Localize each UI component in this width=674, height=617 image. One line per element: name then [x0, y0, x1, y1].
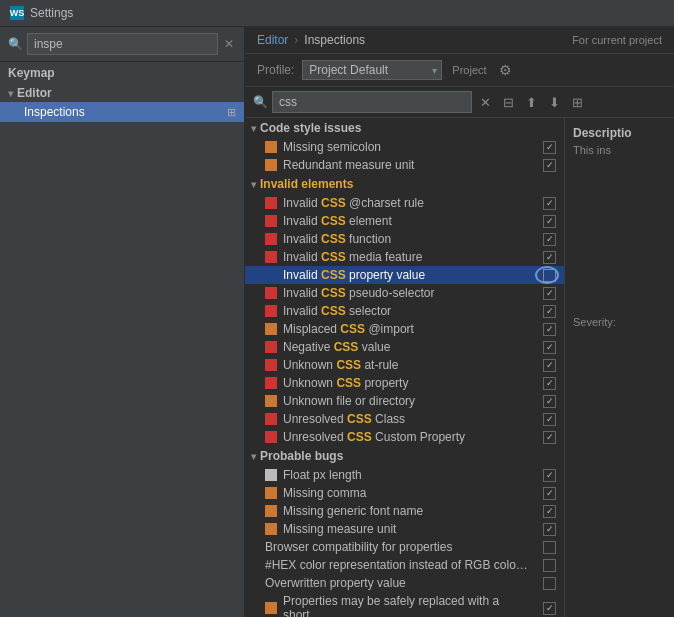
group-invalid-elements-label: Invalid elements	[260, 177, 353, 191]
item-check-unresolved-class[interactable]	[543, 413, 556, 426]
css-search-input[interactable]	[272, 91, 472, 113]
item-text-missing-semicolon: Missing semicolon	[283, 140, 539, 154]
item-unresolved-class[interactable]: Unresolved CSS Class	[245, 410, 564, 428]
description-panel: Descriptio This ins Severity:	[564, 118, 674, 617]
item-css-media[interactable]: Invalid CSS media feature	[245, 248, 564, 266]
item-charset-rule[interactable]: Invalid CSS @charset rule	[245, 194, 564, 212]
group-code-style-label: Code style issues	[260, 121, 361, 135]
item-check-at-rule[interactable]	[543, 359, 556, 372]
item-check-css-property[interactable]	[543, 269, 556, 282]
item-color-css-function	[265, 233, 277, 245]
item-check-css-element[interactable]	[543, 215, 556, 228]
item-check-browser-compat[interactable]	[543, 541, 556, 554]
item-check-unknown-file[interactable]	[543, 395, 556, 408]
item-color-missing-font	[265, 505, 277, 517]
item-pseudo-selector[interactable]: Invalid CSS pseudo-selector	[245, 284, 564, 302]
item-check-import[interactable]	[543, 323, 556, 336]
title-text: Settings	[30, 6, 73, 20]
filter-button[interactable]: ⊟	[499, 93, 518, 112]
item-check-pseudo[interactable]	[543, 287, 556, 300]
item-check-overwritten-prop[interactable]	[543, 577, 556, 590]
sidebar-item-editor[interactable]: ▾ Editor	[0, 82, 244, 102]
group-probable-label: Probable bugs	[260, 449, 343, 463]
item-text-missing-font: Missing generic font name	[283, 504, 539, 518]
settings-button[interactable]: ⊞	[568, 93, 587, 112]
item-unknown-at-rule[interactable]: Unknown CSS at-rule	[245, 356, 564, 374]
item-unresolved-custom-prop[interactable]: Unresolved CSS Custom Property	[245, 428, 564, 446]
item-redundant-measure[interactable]: Redundant measure unit	[245, 156, 564, 174]
search-clear-icon[interactable]: ✕	[222, 37, 236, 51]
item-browser-compat[interactable]: Browser compatibility for properties	[245, 538, 564, 556]
item-text-unknown-prop: Unknown CSS property	[283, 376, 539, 390]
sidebar-item-inspections[interactable]: Inspections ⊞	[0, 102, 244, 122]
item-check-float-px[interactable]	[543, 469, 556, 482]
group-invalid-elements-arrow: ▾	[251, 179, 256, 190]
item-css-selector[interactable]: Invalid CSS selector	[245, 302, 564, 320]
item-text-redundant-measure: Redundant measure unit	[283, 158, 539, 172]
group-invalid-elements[interactable]: ▾ Invalid elements	[245, 174, 564, 194]
sidebar-item-keymap[interactable]: Keymap	[0, 62, 244, 82]
profile-gear-button[interactable]: ⚙	[495, 60, 516, 80]
item-check-unknown-prop[interactable]	[543, 377, 556, 390]
breadcrumb-editor[interactable]: Editor	[257, 33, 288, 47]
item-check-charset[interactable]	[543, 197, 556, 210]
profile-tag: Project	[452, 64, 486, 76]
item-color-charset	[265, 197, 277, 209]
expand-all-button[interactable]: ⬆	[522, 93, 541, 112]
item-text-missing-comma: Missing comma	[283, 486, 539, 500]
item-color-missing-measure	[265, 523, 277, 535]
item-color-pseudo	[265, 287, 277, 299]
breadcrumb-sep: ›	[294, 33, 298, 47]
css-search-icon: 🔍	[253, 95, 268, 109]
search-bar: 🔍 ✕	[0, 27, 244, 62]
item-text-css-element: Invalid CSS element	[283, 214, 539, 228]
profile-select[interactable]: Project Default Default	[302, 60, 442, 80]
item-missing-semicolon[interactable]: Missing semicolon	[245, 138, 564, 156]
clear-css-search-button[interactable]: ✕	[476, 93, 495, 112]
sidebar-search-input[interactable]	[27, 33, 218, 55]
collapse-all-button[interactable]: ⬇	[545, 93, 564, 112]
item-check-redundant-measure[interactable]	[543, 159, 556, 172]
item-check-missing-semicolon[interactable]	[543, 141, 556, 154]
item-misplaced-import[interactable]: Misplaced CSS @import	[245, 320, 564, 338]
item-css-function[interactable]: Invalid CSS function	[245, 230, 564, 248]
item-check-negative[interactable]	[543, 341, 556, 354]
item-float-px[interactable]: Float px length	[245, 466, 564, 484]
item-check-hex-color[interactable]	[543, 559, 556, 572]
item-text-hex-color: #HEX color representation instead of RGB…	[265, 558, 539, 572]
item-check-unresolved-custom[interactable]	[543, 431, 556, 444]
group-probable-arrow: ▾	[251, 451, 256, 462]
nav-tree: Keymap ▾ Editor Inspections ⊞	[0, 62, 244, 617]
item-check-missing-comma[interactable]	[543, 487, 556, 500]
breadcrumb-current: Inspections	[304, 33, 365, 47]
item-negative-value[interactable]: Negative CSS value	[245, 338, 564, 356]
item-check-css-media[interactable]	[543, 251, 556, 264]
group-probable-bugs[interactable]: ▾ Probable bugs	[245, 446, 564, 466]
item-text-missing-measure: Missing measure unit	[283, 522, 539, 536]
keymap-label: Keymap	[8, 66, 55, 80]
item-unknown-property[interactable]: Unknown CSS property	[245, 374, 564, 392]
item-missing-font[interactable]: Missing generic font name	[245, 502, 564, 520]
item-text-browser-compat: Browser compatibility for properties	[265, 540, 539, 554]
item-unknown-file[interactable]: Unknown file or directory	[245, 392, 564, 410]
item-text-charset: Invalid CSS @charset rule	[283, 196, 539, 210]
item-color-missing-semicolon	[265, 141, 277, 153]
item-missing-measure[interactable]: Missing measure unit	[245, 520, 564, 538]
item-safely-replaced[interactable]: Properties may be safely replaced with a…	[245, 592, 564, 617]
item-css-element[interactable]: Invalid CSS element	[245, 212, 564, 230]
item-color-selector	[265, 305, 277, 317]
item-missing-comma[interactable]: Missing comma	[245, 484, 564, 502]
item-check-safely[interactable]	[543, 602, 556, 615]
item-color-negative	[265, 341, 277, 353]
item-check-css-function[interactable]	[543, 233, 556, 246]
item-color-css-property	[265, 269, 277, 281]
split-panel: ▾ Code style issues Missing semicolon Re…	[245, 118, 674, 617]
item-hex-color[interactable]: #HEX color representation instead of RGB…	[245, 556, 564, 574]
group-code-style[interactable]: ▾ Code style issues	[245, 118, 564, 138]
item-check-selector[interactable]	[543, 305, 556, 318]
item-color-unresolved-class	[265, 413, 277, 425]
item-css-property-value[interactable]: Invalid CSS property value	[245, 266, 564, 284]
item-check-missing-font[interactable]	[543, 505, 556, 518]
item-overwritten-prop[interactable]: Overwritten property value	[245, 574, 564, 592]
item-check-missing-measure[interactable]	[543, 523, 556, 536]
